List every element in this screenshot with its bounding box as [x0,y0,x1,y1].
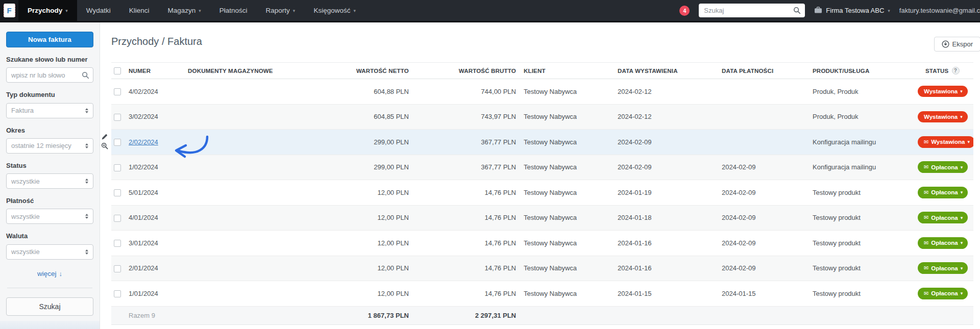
cell-data-platnosci: 2024-02-09 [714,163,805,171]
cell-produkt: Produk, Produk [805,88,918,95]
cell-produkt: Testowy produkt [805,264,918,272]
row-checkbox[interactable] [114,88,121,95]
filter-select-okres[interactable]: ostatnie 12 miesięcy [6,138,93,154]
status-badge-dropdown[interactable]: ✉Opłacona▾ [918,212,968,223]
nav-item-przychody[interactable]: Przychody▾ [18,0,77,21]
total-netto: 1 867,73 PLN [309,312,409,319]
status-label: Opłacona [931,164,958,170]
row-checkbox[interactable] [114,164,121,171]
navbar-right: 4 Firma Testowa ABC ▾ faktury.testowanie… [674,0,980,21]
invoice-row: 2/01/202412,00 PLN14,76 PLNTestowy Nabyw… [111,256,973,282]
row-checkbox[interactable] [114,114,121,121]
chevron-down-icon: ▾ [961,165,963,170]
zoom-in-icon[interactable] [101,142,108,149]
export-label: Ekspor [952,40,973,48]
nav-item-ksiegowosc[interactable]: Księgowość▾ [304,0,365,21]
status-badge-dropdown[interactable]: Wystawiona▾ [918,86,968,97]
export-button[interactable]: Ekspor [934,37,980,52]
notification-badge[interactable]: 4 [679,6,690,16]
new-invoice-button[interactable]: Nowa faktura [6,32,93,47]
cell-netto: 604,85 PLN [309,113,409,120]
status-label: Wystawiona [924,88,958,94]
nav-item-raporty[interactable]: Raporty▾ [257,0,305,21]
nav-item-magazyn[interactable]: Magazyn▾ [158,0,210,21]
stepper-down-icon [85,111,88,113]
user-email[interactable]: faktury.testowanie@gmail.c [899,7,980,14]
chevron-down-icon: ▾ [961,190,963,195]
filter-select-typdokumentu[interactable]: Faktura [6,103,93,118]
cell-klient: Testowy Nabywca [516,214,610,221]
filter-select-patnosc[interactable]: wszystkie [6,209,93,224]
navbar-search-input[interactable] [699,4,805,17]
table-footer: Razem 9 1 867,73 PLN 2 297,31 PLN [111,307,973,325]
filter-label-okres: Okres [6,126,93,135]
status-help-icon[interactable]: ? [952,67,960,74]
cell-brutto: 14,76 PLN [409,239,516,247]
stepper-icon [85,143,88,148]
nav-item-klienci[interactable]: Klienci [120,0,159,21]
edit-pencil-icon[interactable] [101,134,108,140]
cell-netto: 12,00 PLN [309,239,409,247]
cell-klient: Testowy Nabywca [516,290,610,297]
cell-data-platnosci: 2024-02-09 [714,239,805,247]
nav-item-label: Klienci [129,7,150,14]
nav-item-wydatki[interactable]: Wydatki [77,0,120,21]
chevron-down-icon: ▾ [961,240,963,245]
status-badge-dropdown[interactable]: ✉Opłacona▾ [918,288,968,299]
row-checkbox[interactable] [114,189,121,196]
cell-numer: 4/01/2024 [129,214,188,221]
chevron-down-icon: ▾ [961,291,963,296]
app-logo[interactable]: F [0,0,18,21]
chevron-down-icon: ▾ [65,8,68,13]
more-filters-link[interactable]: więcej [6,270,93,277]
company-switcher[interactable]: Firma Testowa ABC ▾ [814,6,890,15]
envelope-icon: ✉ [924,240,928,246]
cell-netto: 299,00 PLN [309,163,409,171]
cell-status: ✉Opłacona▾ [918,161,973,173]
search-word-label: Szukane słowo lub numer [6,56,93,64]
status-badge-dropdown[interactable]: Wystawiona▾ [918,111,968,122]
cell-produkt: Produk, Produk [805,113,918,120]
col-status: STATUS [925,68,949,74]
col-klient: KLIENT [516,68,610,74]
cell-checkbox [111,264,129,272]
status-badge-dropdown[interactable]: ✉Opłacona▾ [918,161,968,173]
col-numer: NUMER [129,68,188,74]
cell-numer: 2/01/2024 [129,264,188,272]
status-badge-dropdown[interactable]: ✉Opłacona▾ [918,187,968,198]
cell-data-wystawienia: 2024-02-12 [610,113,714,120]
row-checkbox[interactable] [114,215,121,222]
cell-netto: 12,00 PLN [309,189,409,196]
cell-brutto: 367,77 PLN [409,163,516,171]
invoice-number-link[interactable]: 2/02/2024 [129,138,158,146]
sidebar-search-button[interactable]: Szukaj [6,297,93,316]
row-checkbox[interactable] [114,240,121,247]
row-checkbox[interactable] [114,139,121,146]
invoice-number: 4/02/2024 [129,88,158,95]
filter-select-status[interactable]: wszystkie [6,173,93,189]
nav-item-patnosci[interactable]: Płatności [210,0,257,21]
row-checkbox[interactable] [114,290,121,297]
cell-checkbox [111,87,129,95]
cell-status: ✉Opłacona▾ [918,237,973,249]
status-badge-dropdown[interactable]: ✉Opłacona▾ [918,262,968,274]
cell-klient: Testowy Nabywca [516,113,610,120]
filter-list: Typ dokumentuFakturaOkresostatnie 12 mie… [6,91,93,259]
status-badge-dropdown[interactable]: ✉Opłacona▾ [918,237,968,249]
cell-produkt: Testowy produkt [805,214,918,221]
invoice-row: 2/02/2024299,00 PLN367,77 PLNTestowy Nab… [111,130,973,155]
chevron-down-icon: ▾ [961,266,963,271]
select-all-checkbox[interactable] [114,67,121,74]
status-badge-dropdown[interactable]: ✉Wystawiona▾ [918,136,973,148]
row-checkbox[interactable] [114,265,121,272]
filter-select-waluta[interactable]: wszystkie [6,244,93,260]
status-label: Opłacona [931,290,958,296]
col-brutto: WARTOŚĆ BRUTTO [409,68,516,74]
total-brutto: 2 297,31 PLN [409,312,516,319]
stepper-down-icon [85,217,88,219]
sidebar-search-input[interactable] [6,67,93,83]
cell-status: ✉Opłacona▾ [918,187,973,198]
cell-netto: 12,00 PLN [309,290,409,297]
chevron-down-icon: ▾ [960,114,963,119]
invoice-table-body: 4/02/2024604,88 PLN744,00 PLNTestowy Nab… [111,79,973,307]
